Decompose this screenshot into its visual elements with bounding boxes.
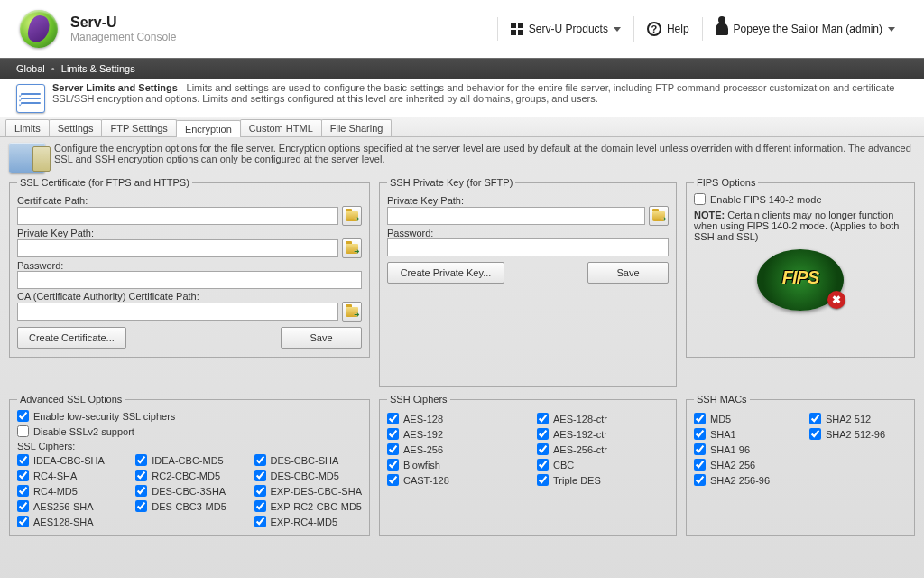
adv-ssl-legend: Advanced SSL Options bbox=[17, 394, 125, 405]
folder-icon bbox=[346, 211, 358, 221]
ssh-ciphers-group: SSH Ciphers AES-128AES-128-ctrAES-192AES… bbox=[379, 394, 677, 536]
ssh-mac-sha2-512[interactable]: SHA2 512 bbox=[809, 413, 907, 424]
tab-encryption[interactable]: Encryption bbox=[176, 120, 241, 137]
ssl-certificate-group: SSL Certificate (for FTPS and HTTPS) Cer… bbox=[9, 177, 370, 358]
ssl-password-label: Password: bbox=[17, 260, 362, 271]
ssl-cipher-exp-rc4-md5[interactable]: EXP-RC4-MD5 bbox=[254, 516, 362, 527]
ssh-password-input[interactable] bbox=[387, 238, 669, 256]
enable-fips-checkbox[interactable]: Enable FIPS 140-2 mode bbox=[694, 193, 907, 205]
tab-custom-html[interactable]: Custom HTML bbox=[240, 119, 322, 136]
ssl-cipher-des-cbc3-md5[interactable]: DES-CBC3-MD5 bbox=[135, 500, 236, 512]
ca-path-label: CA (Certificate Authority) Certificate P… bbox=[17, 291, 362, 302]
tab-ftp-settings[interactable]: FTP Settings bbox=[101, 119, 176, 136]
browse-privkey-button[interactable] bbox=[342, 238, 362, 258]
ssl-cipher-aes128-sha[interactable]: AES128-SHA bbox=[17, 516, 117, 527]
folder-icon bbox=[346, 244, 358, 254]
folder-icon bbox=[652, 211, 665, 221]
ca-path-input[interactable] bbox=[17, 303, 338, 321]
ssl-cipher-rc4-md5[interactable]: RC4-MD5 bbox=[17, 485, 117, 497]
ssh-cipher-aes-256-ctr[interactable]: AES-256-ctr bbox=[537, 443, 669, 455]
ssh-ciphers-legend: SSH Ciphers bbox=[387, 394, 450, 405]
browse-cert-button[interactable] bbox=[342, 206, 362, 226]
cert-path-label: Certificate Path: bbox=[17, 195, 362, 206]
tab-strip: LimitsSettingsFTP SettingsEncryptionCust… bbox=[0, 117, 924, 137]
ssh-cipher-aes-128[interactable]: AES-128 bbox=[387, 413, 519, 424]
settings-list-icon bbox=[16, 84, 45, 113]
ssh-cipher-cast-128[interactable]: CAST-128 bbox=[387, 474, 519, 486]
ssh-mac-sha2-512-96[interactable]: SHA2 512-96 bbox=[809, 428, 907, 440]
products-label: Serv-U Products bbox=[529, 23, 608, 35]
app-title: Serv-U bbox=[70, 14, 176, 31]
ssl-save-button[interactable]: Save bbox=[281, 327, 362, 349]
fips-badge-icon bbox=[757, 249, 844, 311]
products-menu[interactable]: Serv-U Products bbox=[497, 17, 633, 41]
breadcrumb-page[interactable]: Limits & Settings bbox=[61, 63, 135, 74]
ssl-cipher-rc4-sha[interactable]: RC4-SHA bbox=[17, 470, 117, 481]
tab-settings[interactable]: Settings bbox=[49, 119, 103, 136]
ssh-mac-md5[interactable]: MD5 bbox=[694, 413, 791, 424]
app-header: Serv-U Management Console Serv-U Product… bbox=[0, 0, 924, 59]
ssh-path-input[interactable] bbox=[387, 207, 645, 225]
ssh-mac-sha1-96[interactable]: SHA1 96 bbox=[694, 443, 791, 455]
folder-icon bbox=[346, 307, 358, 317]
apps-icon bbox=[511, 23, 523, 35]
intro-row: Configure the encryption options for the… bbox=[9, 143, 915, 173]
ssh-path-label: Private Key Path: bbox=[387, 195, 669, 206]
ssl-cipher-exp-rc2-cbc-md5[interactable]: EXP-RC2-CBC-MD5 bbox=[254, 500, 362, 512]
priv-key-label: Private Key Path: bbox=[17, 228, 362, 238]
chevron-down-icon bbox=[614, 27, 621, 32]
ssl-cert-legend: SSL Certificate (for FTPS and HTTPS) bbox=[17, 177, 192, 188]
ssh-ciphers-grid: AES-128AES-128-ctrAES-192AES-192-ctrAES-… bbox=[387, 413, 669, 486]
browse-sshkey-button[interactable] bbox=[649, 206, 669, 226]
ssl-cipher-idea-cbc-sha[interactable]: IDEA-CBC-SHA bbox=[17, 454, 117, 466]
user-label: Popeye the Sailor Man (admin) bbox=[734, 23, 882, 35]
ssh-macs-grid: MD5SHA2 512SHA1SHA2 512-96SHA1 96SHA2 25… bbox=[694, 413, 907, 486]
ssh-cipher-triple-des[interactable]: Triple DES bbox=[537, 474, 669, 486]
app-subtitle: Management Console bbox=[70, 31, 176, 43]
ssl-cipher-des-cbc-sha[interactable]: DES-CBC-SHA bbox=[254, 454, 362, 466]
page-description: Server Limits and Settings - Limits and … bbox=[0, 79, 924, 117]
ssh-cipher-cbc[interactable]: CBC bbox=[537, 459, 669, 471]
tab-limits[interactable]: Limits bbox=[5, 119, 50, 136]
breadcrumb-root[interactable]: Global bbox=[16, 63, 45, 74]
ssl-cipher-exp-des-cbc-sha[interactable]: EXP-DES-CBC-SHA bbox=[254, 485, 362, 497]
user-icon bbox=[716, 23, 728, 35]
fips-note: NOTE: Certain clients may no longer func… bbox=[694, 210, 907, 242]
intro-text: Configure the encryption options for the… bbox=[54, 143, 915, 173]
fips-legend: FIPS Options bbox=[694, 177, 758, 188]
ssh-mac-sha2-256-96[interactable]: SHA2 256-96 bbox=[694, 474, 791, 486]
server-cert-icon bbox=[9, 143, 45, 173]
ssh-macs-group: SSH MACs MD5SHA2 512SHA1SHA2 512-96SHA1 … bbox=[686, 394, 915, 536]
ssl-password-input[interactable] bbox=[17, 271, 362, 289]
ssh-cipher-blowfish[interactable]: Blowfish bbox=[387, 459, 519, 471]
ssh-mac-sha2-256[interactable]: SHA2 256 bbox=[694, 459, 791, 471]
ssl-cipher-idea-cbc-md5[interactable]: IDEA-CBC-MD5 bbox=[135, 454, 236, 466]
ssl-cipher-des-cbc-md5[interactable]: DES-CBC-MD5 bbox=[254, 470, 362, 481]
ssh-cipher-aes-192[interactable]: AES-192 bbox=[387, 428, 519, 440]
priv-key-input[interactable] bbox=[17, 239, 338, 257]
create-private-key-button[interactable]: Create Private Key... bbox=[387, 262, 504, 284]
help-icon: ? bbox=[647, 22, 661, 36]
tab-file-sharing[interactable]: File Sharing bbox=[321, 119, 393, 136]
main-panel: Configure the encryption options for the… bbox=[0, 137, 924, 578]
create-certificate-button[interactable]: Create Certificate... bbox=[17, 327, 126, 349]
user-menu[interactable]: Popeye the Sailor Man (admin) bbox=[702, 17, 908, 41]
browse-ca-button[interactable] bbox=[342, 302, 362, 322]
ssh-password-label: Password: bbox=[387, 228, 669, 238]
ssl-ciphers-label: SSL Ciphers: bbox=[17, 441, 362, 452]
ssl-cipher-des-cbc-3sha[interactable]: DES-CBC-3SHA bbox=[135, 485, 236, 497]
help-link[interactable]: ? Help bbox=[633, 16, 702, 42]
advanced-ssl-group: Advanced SSL Options Enable low-security… bbox=[9, 394, 370, 536]
low-security-checkbox[interactable]: Enable low-security SSL ciphers bbox=[17, 410, 362, 422]
disable-sslv2-checkbox[interactable]: Disable SSLv2 support bbox=[17, 425, 362, 437]
ssl-cipher-aes256-sha[interactable]: AES256-SHA bbox=[17, 500, 117, 512]
ssh-save-button[interactable]: Save bbox=[587, 262, 669, 284]
ssh-cipher-aes-256[interactable]: AES-256 bbox=[387, 443, 519, 455]
ssl-cipher-rc2-cbc-md5[interactable]: RC2-CBC-MD5 bbox=[135, 470, 236, 481]
ssh-cipher-aes-192-ctr[interactable]: AES-192-ctr bbox=[537, 428, 669, 440]
cert-path-input[interactable] bbox=[17, 207, 338, 225]
logo-icon bbox=[20, 10, 58, 48]
description-text: Server Limits and Settings - Limits and … bbox=[52, 82, 915, 113]
ssh-cipher-aes-128-ctr[interactable]: AES-128-ctr bbox=[537, 413, 669, 424]
ssh-mac-sha1[interactable]: SHA1 bbox=[694, 428, 791, 440]
